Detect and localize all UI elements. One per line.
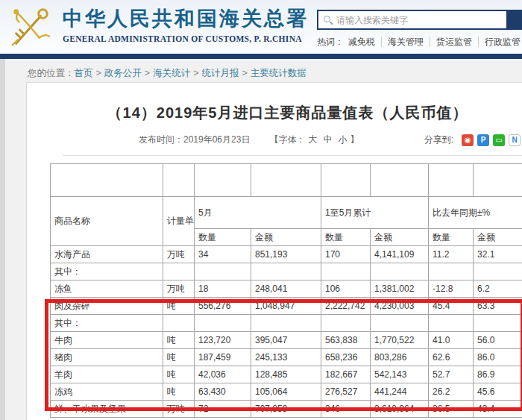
col-header-val: 金额 (371, 229, 429, 246)
value-cell: 245,133 (251, 349, 321, 366)
breadcrumb-label: 您的位置： (28, 68, 75, 78)
publish-time: 发布时间：2019年06月23日 (139, 134, 250, 146)
value-cell: 123,720 (195, 332, 251, 349)
hot-word-link[interactable]: 货运监管 (430, 37, 478, 47)
col-header-cumulative: 1至5月累计 (321, 197, 429, 229)
table-head: 商品名称 计量单位 5月 1至5月累计 比去年同期±% 数量 金额 数量 金额 … (51, 164, 522, 246)
hot-words-bar: 热词： 减免税海关管理货运监管行政监管 (317, 36, 522, 48)
page: { "header": { "org_name_cn": "中华人民共和国海关总… (0, 0, 522, 420)
breadcrumb-separator: > (193, 68, 198, 78)
page-title: （14）2019年5月进口主要商品量值表（人民币值） (27, 102, 522, 123)
netease-icon[interactable]: N (509, 134, 521, 146)
breadcrumb-link[interactable]: 海关统计 (153, 68, 190, 78)
value-cell (474, 263, 522, 280)
value-cell: 63,430 (195, 383, 251, 401)
hot-words-label: 热词： (317, 36, 344, 48)
table-row: 其中： (51, 263, 522, 280)
table-row: 猪肉吨187,459245,133658,236803,28662.686.0 (51, 349, 522, 366)
font-size-button[interactable]: 中 (323, 134, 332, 145)
commodity-name-cell: 羊肉 (51, 366, 163, 383)
value-cell: 62.6 (429, 349, 474, 366)
font-size-button[interactable]: 小 (338, 134, 347, 145)
value-cell: 72 (195, 401, 251, 418)
commodity-name-cell: 其中： (51, 315, 163, 332)
article-meta-row: 发布时间：2019年06月23日 【字体： 大中小 】 分享到: ◉P▭N人 (27, 134, 522, 146)
search-button[interactable] (508, 10, 522, 30)
value-cell: 128,485 (251, 366, 321, 383)
hot-words-links: 减免税海关管理货运监管行政监管 (347, 36, 522, 48)
col-header-qty: 数量 (195, 229, 251, 246)
search-box (317, 10, 508, 30)
navy-divider-bar (0, 54, 522, 59)
table-row: 冻鸡吨63,430105,064276,527441,24426.245.6 (51, 383, 522, 401)
col-header-val: 金额 (474, 229, 522, 246)
table-row: 肉及杂碎吨556,2761,048,9472,222,7424,230,0034… (51, 298, 522, 315)
value-cell: 18 (195, 280, 251, 298)
commodity-name-cell: 冻鱼 (51, 280, 163, 298)
value-cell (474, 315, 522, 332)
value-cell (163, 263, 195, 280)
site-header: 中华人民共和国海关总署 GENERAL ADMINISTRATION OF CU… (0, 0, 522, 54)
value-cell: 4,141,109 (371, 246, 429, 263)
value-cell: 吨 (163, 298, 195, 315)
value-cell (371, 315, 429, 332)
value-cell (429, 315, 474, 332)
value-cell (371, 263, 429, 280)
commodity-name-cell: 水海产品 (51, 246, 163, 263)
breadcrumb-link[interactable]: 统计月报 (201, 68, 239, 78)
value-cell: 86.9 (474, 366, 522, 383)
value-cell: 36.5 (429, 401, 474, 418)
wechat-icon[interactable]: ▭ (493, 134, 505, 146)
col-header-may: 5月 (195, 197, 321, 229)
commodity-name-cell: 肉及杂碎 (51, 298, 163, 315)
value-cell: 56.0 (474, 332, 522, 349)
value-cell: 170 (321, 246, 371, 263)
value-cell: 707,859 (251, 401, 321, 418)
breadcrumb-link[interactable]: 主要统计数据 (251, 68, 306, 78)
value-cell (251, 263, 321, 280)
value-cell: -12.8 (429, 280, 474, 298)
value-cell (163, 315, 195, 332)
value-cell: 1,381,002 (371, 280, 429, 298)
value-cell (195, 263, 251, 280)
value-cell: 1,048,947 (251, 298, 321, 315)
value-cell: 276,527 (321, 383, 371, 401)
value-cell: 346 (321, 401, 371, 418)
value-cell: 吨 (163, 349, 195, 366)
breadcrumb-link[interactable]: 首页 (75, 68, 93, 78)
breadcrumb-separator: > (96, 68, 101, 78)
font-size-button[interactable]: 大 (308, 134, 317, 145)
col-header-unit: 计量单位 (163, 197, 195, 246)
value-cell: 63.3 (474, 298, 522, 315)
table-row: 其中： (51, 315, 522, 332)
value-cell: 45.6 (474, 383, 522, 401)
breadcrumb-link[interactable]: 政务公开 (104, 68, 142, 78)
value-cell: 万吨 (163, 246, 195, 263)
value-cell: 26.2 (429, 383, 474, 401)
table-row: 鲜、干水果及坚果万吨72707,8593463,610,96436.543.4 (51, 401, 522, 418)
table-row: 冻鱼万吨18248,0411061,381,002-12.86.2 (51, 280, 522, 298)
value-cell: 563,838 (321, 332, 371, 349)
sina-weibo-icon[interactable]: ◉ (462, 134, 474, 146)
value-cell: 42,036 (195, 366, 251, 383)
hot-word-link[interactable]: 减免税 (347, 37, 381, 47)
table-row: 羊肉吨42,036128,485182,667542,14352.786.9 (51, 366, 522, 383)
search-input[interactable] (318, 11, 506, 28)
value-cell: 41.0 (429, 332, 474, 349)
tencent-qq-icon[interactable]: P (477, 134, 489, 146)
commodity-name-cell: 鲜、干水果及坚果 (51, 401, 163, 418)
page-left-strip (0, 59, 5, 420)
value-cell: 187,459 (195, 349, 251, 366)
share-icons: ◉P▭N人 (458, 134, 522, 146)
commodity-name-cell: 其中： (51, 263, 163, 280)
commodity-name-cell: 冻鸡 (51, 383, 163, 401)
value-cell: 182,667 (321, 366, 371, 383)
font-size-prefix: 【字体： (269, 134, 305, 146)
hot-word-link[interactable]: 行政监管 (478, 37, 522, 47)
value-cell: 6.2 (474, 280, 522, 298)
hot-word-link[interactable]: 海关管理 (381, 37, 430, 47)
font-size-widget: 【字体： 大中小 】 (269, 134, 359, 146)
value-cell: 11.2 (429, 246, 474, 263)
org-title-block: 中华人民共和国海关总署 GENERAL ADMINISTRATION OF CU… (63, 6, 309, 43)
value-cell (321, 315, 371, 332)
